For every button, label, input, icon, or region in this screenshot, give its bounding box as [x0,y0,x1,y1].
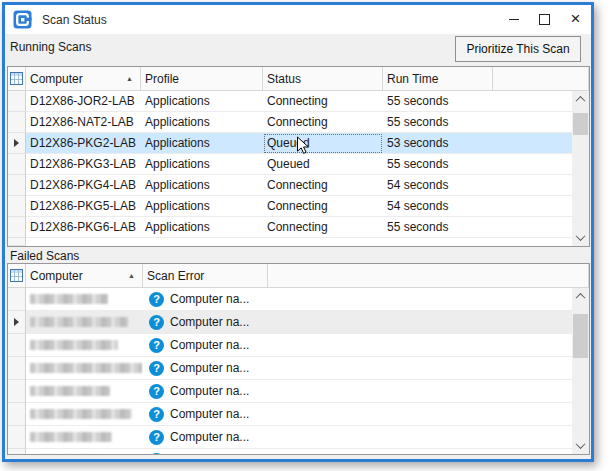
titlebar: Scan Status × [5,5,591,34]
column-header-filler [268,264,589,287]
current-row-arrow-icon [14,318,19,326]
redacted-computer-cell [26,334,143,357]
column-header-computer[interactable]: Computer ▲ [26,264,143,287]
scroll-down-button[interactable] [572,437,589,454]
run-time-cell: 54 seconds [383,175,493,196]
column-header-status[interactable]: Status [263,67,383,90]
computer-cell: D12X86-PKG3-LAB [26,154,141,175]
select-all-header-cell[interactable] [8,67,26,90]
run-time-cell: 55 seconds [383,91,493,112]
filler-cell [493,112,572,133]
scan-error-text: Computer na... [170,338,249,352]
running-scan-row[interactable]: D12X86-JOR2-LABApplicationsConnecting55 … [8,91,572,112]
running-scan-row[interactable]: D12X86-PKG6-LABApplicationsConnecting55 … [8,217,572,238]
failed-scan-row[interactable]: ?Computer na... [8,426,572,449]
run-time-cell: 55 seconds [383,154,493,175]
scan-error-cell: ?Computer na... [143,288,572,311]
computer-cell: D12X86-NAT2-LAB [26,112,141,133]
maximize-button[interactable] [529,5,560,34]
status-cell[interactable]: Connecting [263,175,383,196]
failed-scan-row[interactable]: ?Computer na... [8,403,572,426]
scrollbar-thumb[interactable] [573,113,588,135]
running-scrollbar[interactable] [572,91,589,246]
failed-scan-row[interactable]: ?Computer na... [8,380,572,403]
failed-scans-table: Computer ▲ Scan Error ?Computer na...?Co… [7,263,590,455]
window-controls: × [498,5,591,34]
running-scans-label: Running Scans [10,40,91,54]
redacted-computer-cell [26,380,143,403]
row-header-cell[interactable] [8,288,26,311]
chevron-down-icon [576,439,586,449]
row-header-cell[interactable] [8,311,26,334]
row-header-cell[interactable] [8,357,26,380]
scroll-down-button[interactable] [572,229,589,246]
row-header-cell[interactable] [8,449,26,454]
scan-error-text: Computer na... [170,430,249,444]
column-header-label: Run Time [387,72,438,86]
row-header-cell[interactable] [8,380,26,403]
row-header-cell[interactable] [8,154,26,175]
filler-cell [493,196,572,217]
minimize-button[interactable] [498,5,529,34]
row-header-cell[interactable] [8,91,26,112]
row-header-cell[interactable] [8,175,26,196]
failed-scrollbar[interactable] [572,288,589,454]
failed-scan-row[interactable]: ?Computer na... [8,288,572,311]
scroll-up-button[interactable] [572,288,589,305]
status-cell[interactable]: Queued [263,154,383,175]
redacted-computer-cell [26,357,143,380]
row-header-cell[interactable] [8,403,26,426]
error-question-icon: ? [149,292,164,307]
filler-cell [493,91,572,112]
running-scan-row[interactable]: D12X86-PKG2-LABApplicationsQueued53 seco… [8,133,572,154]
error-question-icon: ? [149,315,164,330]
scan-error-cell: ?Computer na... [143,426,572,449]
status-cell[interactable]: Connecting [263,196,383,217]
scan-error-text: Computer na... [170,361,249,375]
redacted-name-blur [30,409,132,419]
row-header-cell[interactable] [8,426,26,449]
row-header-cell[interactable] [8,112,26,133]
row-header-cell[interactable] [8,133,26,154]
prioritize-this-scan-button[interactable]: Prioritize This Scan [455,36,581,62]
row-header-cell[interactable] [8,334,26,357]
status-cell[interactable]: Connecting [263,91,383,112]
run-time-cell: 53 seconds [383,133,493,154]
scrollbar-thumb[interactable] [573,314,588,358]
running-scan-row[interactable]: D12X86-PKG4-LABApplicationsConnecting54 … [8,175,572,196]
error-question-icon: ? [149,407,164,422]
status-cell[interactable]: Queued [263,133,383,154]
column-header-computer[interactable]: Computer ▲ [26,67,141,90]
failed-scan-row[interactable]: ?Computer na... [8,311,572,334]
redacted-computer-cell [26,403,143,426]
computer-cell: D12X86-PKG2-LAB [26,133,141,154]
mouse-cursor [296,136,310,156]
column-header-run-time[interactable]: Run Time [383,67,493,90]
column-header-label: Computer [30,72,83,86]
row-header-cell[interactable] [8,196,26,217]
filler-cell [26,238,572,246]
running-table-body: D12X86-JOR2-LABApplicationsConnecting55 … [8,91,572,246]
close-button[interactable]: × [560,5,591,34]
computer-cell: D12X86-JOR2-LAB [26,91,141,112]
column-header-label: Scan Error [147,269,204,283]
column-header-profile[interactable]: Profile [141,67,263,90]
failed-scan-row[interactable]: ?Computer na... [8,334,572,357]
scan-error-text: Computer na... [170,407,249,421]
row-header-cell[interactable] [8,217,26,238]
failed-scan-row[interactable]: ?Computer na... [8,449,572,454]
status-cell[interactable]: Connecting [263,112,383,133]
grid-icon [10,72,23,85]
status-cell[interactable]: Connecting [263,217,383,238]
running-scan-row[interactable]: D12X86-NAT2-LABApplicationsConnecting55 … [8,112,572,133]
failed-scan-row[interactable]: ?Computer na... [8,357,572,380]
redacted-name-blur [30,317,128,327]
running-scan-row[interactable]: D12X86-PKG5-LABApplicationsConnecting54 … [8,196,572,217]
select-all-header-cell[interactable] [8,264,26,287]
column-header-scan-error[interactable]: Scan Error [143,264,268,287]
scroll-up-button[interactable] [572,91,589,108]
sort-ascending-icon: ▲ [126,75,133,82]
running-scan-row[interactable]: D12X86-PKG3-LABApplicationsQueued55 seco… [8,154,572,175]
computer-cell: D12X86-PKG6-LAB [26,217,141,238]
filler-cell [493,154,572,175]
